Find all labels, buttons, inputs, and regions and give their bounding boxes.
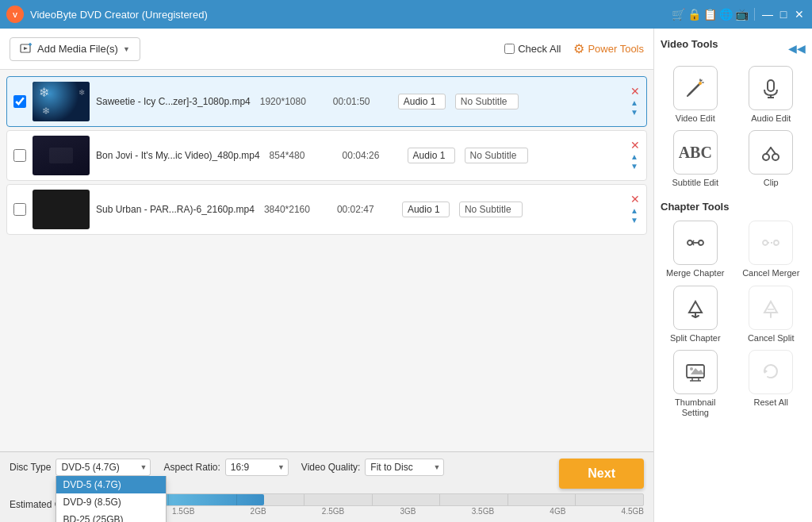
add-media-label: Add Media File(s)	[37, 43, 118, 55]
collapse-icon[interactable]: ◀◀	[788, 42, 806, 55]
media-resolution-1: 1920*1080	[260, 96, 324, 107]
media-item-checkbox-3[interactable]	[13, 203, 26, 216]
disc-option-dvd5[interactable]: DVD-5 (4.7G)	[56, 476, 166, 493]
cancel-split-icon	[760, 297, 782, 319]
svg-point-24	[763, 240, 768, 245]
video-quality-select-container: Fit to Disc High Quality Standard ▼	[365, 459, 444, 476]
svg-text:V: V	[13, 11, 17, 19]
cancel-split-label: Cancel Split	[748, 333, 795, 344]
media-item-checkbox-2[interactable]	[13, 149, 26, 162]
close-button[interactable]: ✕	[793, 8, 806, 21]
check-all-text: Check All	[518, 43, 561, 55]
media-up-3[interactable]: ▲	[630, 206, 640, 216]
media-thumbnail-3	[33, 190, 90, 229]
svg-marker-3	[24, 47, 28, 50]
shop-icon[interactable]: 🛒	[672, 8, 684, 21]
aspect-ratio-select-container: 16:9 4:3 ▼	[225, 459, 289, 476]
subtitle-edit-tool[interactable]: ABC Subtitle Edit	[661, 130, 730, 188]
next-button[interactable]: Next	[559, 459, 644, 489]
minimize-button[interactable]: —	[761, 8, 774, 21]
video-quality-select[interactable]: Fit to Disc High Quality Standard	[365, 459, 444, 476]
main-layout: Add Media File(s) ▼ Check All ⚙ Power To…	[0, 29, 812, 522]
power-tools-button[interactable]: ⚙ Power Tools	[573, 41, 644, 56]
toolbar: Add Media File(s) ▼ Check All ⚙ Power To…	[0, 29, 653, 70]
media-info-2: Bon Jovi - It's My...ic Video)_480p.mp4 …	[96, 148, 624, 163]
media-down-1[interactable]: ▼	[630, 108, 640, 117]
aspect-ratio-label: Aspect Ratio:	[163, 462, 220, 473]
check-all-label[interactable]: Check All	[504, 43, 561, 55]
media-audio-3[interactable]: Audio 1	[402, 202, 450, 217]
merge-chapter-icon-box[interactable]	[673, 221, 718, 265]
media-resolution-2: 854*480	[270, 150, 333, 161]
disc-option-dvd9[interactable]: DVD-9 (8.5G)	[56, 493, 166, 511]
reset-all-icon	[760, 361, 782, 383]
media-up-2[interactable]: ▲	[630, 152, 640, 162]
media-item[interactable]: Sub Urban - PAR...RA)-6_2160p.mp4 3840*2…	[6, 184, 647, 235]
aspect-ratio-select[interactable]: 16:9 4:3	[225, 459, 289, 476]
svg-point-15	[763, 154, 769, 160]
thumbnail-setting-label: Thumbnail Setting	[661, 397, 730, 418]
check-all-checkbox[interactable]	[504, 44, 515, 54]
media-item-checkbox-1[interactable]	[13, 95, 26, 108]
video-edit-tool[interactable]: Video Edit	[661, 66, 730, 124]
merge-chapter-tool[interactable]: Merge Chapter	[661, 221, 730, 278]
video-edit-label: Video Edit	[676, 113, 715, 124]
power-tools-icon: ⚙	[573, 41, 584, 56]
bottom-bar: Disc Type DVD-5 (4.7G) DVD-9 (8.5G) BD-2…	[0, 451, 653, 522]
media-thumbnail-2	[33, 136, 90, 175]
title-bar-left: V VideoByte DVD Creator (Unregistered)	[6, 6, 208, 23]
media-remove-2[interactable]: ✕	[630, 140, 640, 151]
media-duration-3: 00:02:47	[337, 204, 393, 215]
media-remove-1[interactable]: ✕	[630, 86, 640, 97]
cancel-merger-tool[interactable]: Cancel Merger	[737, 221, 806, 278]
video-quality-label: Video Quality:	[301, 462, 361, 473]
media-item[interactable]: Bon Jovi - It's My...ic Video)_480p.mp4 …	[6, 130, 647, 181]
media-audio-1[interactable]: Audio 1	[398, 94, 446, 109]
media-subtitle-2[interactable]: No Subtitle	[465, 148, 528, 163]
add-media-icon	[20, 43, 33, 56]
disc-type-label: Disc Type	[10, 462, 51, 473]
media-thumbnail-1: ❄ ❄ ❄	[33, 82, 90, 121]
media-remove-3[interactable]: ✕	[630, 194, 640, 205]
chapter-tools-grid: Merge Chapter Cancel Merger	[661, 221, 806, 418]
svg-marker-42	[764, 369, 768, 374]
audio-edit-icon-box[interactable]	[749, 66, 793, 110]
disc-option-bd25[interactable]: BD-25 (25GB)	[56, 511, 166, 522]
add-media-dropdown-arrow[interactable]: ▼	[123, 45, 130, 53]
add-media-button[interactable]: Add Media File(s) ▼	[10, 37, 140, 61]
thumbnail-setting-icon-box[interactable]	[673, 350, 718, 394]
abc-icon: ABC	[679, 144, 712, 162]
monitor-icon[interactable]: 📺	[735, 8, 748, 21]
lock-icon[interactable]: 🔒	[688, 8, 700, 21]
subtitle-edit-icon-box[interactable]: ABC	[673, 130, 718, 175]
split-chapter-label: Split Chapter	[670, 333, 721, 344]
media-subtitle-3[interactable]: No Subtitle	[459, 202, 523, 217]
globe-icon[interactable]: 🌐	[719, 8, 732, 21]
video-edit-icon-box[interactable]	[673, 66, 718, 110]
audio-edit-tool[interactable]: Audio Edit	[737, 66, 806, 124]
capacity-labels: 1GB 1.5GB 2GB 2.5GB 3GB 3.5GB 4GB 4.5GB	[101, 507, 644, 516]
split-chapter-tool[interactable]: Split Chapter	[661, 286, 730, 344]
thumbnail-setting-tool[interactable]: Thumbnail Setting	[661, 350, 730, 418]
media-audio-2[interactable]: Audio 1	[408, 148, 455, 163]
reset-all-icon-box[interactable]	[749, 350, 793, 394]
media-reorder-3: ▲ ▼	[630, 206, 640, 225]
media-item[interactable]: ❄ ❄ ❄ Saweetie - Icy C...zer]-3_1080p.mp…	[6, 76, 647, 127]
disc-type-select[interactable]: DVD-5 (4.7G) DVD-9 (8.5G) BD-25 (25GB)	[56, 459, 151, 476]
cancel-split-icon-box[interactable]	[749, 286, 793, 330]
media-up-1[interactable]: ▲	[630, 98, 640, 108]
media-subtitle-1[interactable]: No Subtitle	[455, 94, 519, 109]
split-chapter-icon-box[interactable]	[673, 286, 718, 330]
clip-icon-box[interactable]	[749, 130, 793, 175]
clip-tool[interactable]: Clip	[737, 130, 806, 188]
chapter-tools-header: Chapter Tools	[661, 201, 806, 213]
maximize-button[interactable]: □	[777, 8, 790, 21]
media-down-2[interactable]: ▼	[630, 162, 640, 171]
cancel-split-tool[interactable]: Cancel Split	[737, 286, 806, 344]
reset-all-tool[interactable]: Reset All	[737, 350, 806, 418]
media-down-3[interactable]: ▼	[630, 216, 640, 225]
cancel-merger-icon-box[interactable]	[749, 221, 793, 265]
cancel-merger-label: Cancel Merger	[742, 268, 799, 278]
clipboard-icon[interactable]: 📋	[703, 8, 716, 21]
merge-chapter-label: Merge Chapter	[666, 268, 724, 278]
